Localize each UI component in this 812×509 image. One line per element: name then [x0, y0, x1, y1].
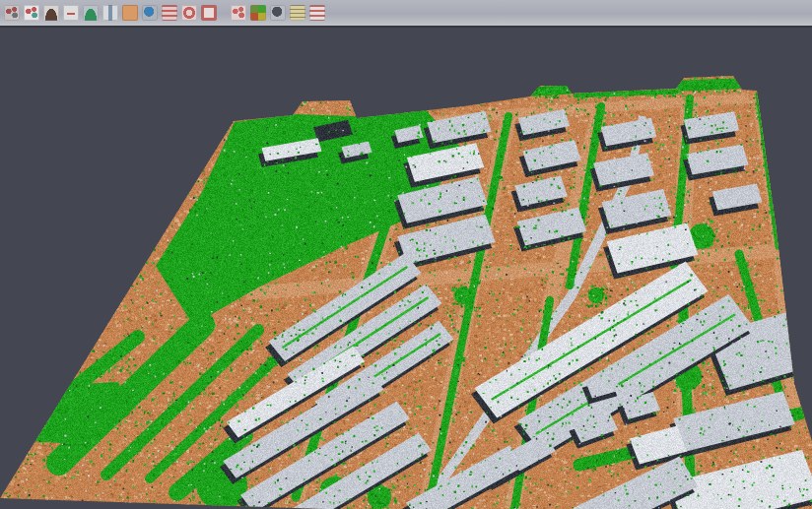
histogram-column-icon[interactable] [102, 5, 118, 21]
sphere-tool-icon[interactable] [270, 5, 286, 21]
globe-icon[interactable] [142, 5, 158, 21]
toolbar [0, 0, 812, 28]
layers-icon[interactable] [162, 5, 177, 21]
cross-section-icon[interactable] [231, 5, 246, 21]
fit-extents-icon[interactable] [201, 5, 217, 21]
profile-tool-icon[interactable] [63, 5, 79, 21]
3d-viewport[interactable] [0, 30, 812, 509]
mesh-terrain-icon[interactable] [43, 5, 59, 21]
open-cloud-icon[interactable] [4, 5, 20, 21]
classification-map-icon[interactable] [250, 5, 266, 21]
terrain-model-icon[interactable] [83, 5, 99, 21]
point-picking-icon[interactable] [24, 5, 39, 21]
flag-stripes-icon[interactable] [309, 5, 325, 21]
report-icon[interactable] [290, 5, 305, 21]
settings-ring-icon[interactable] [181, 5, 197, 21]
app-window [0, 0, 812, 509]
area-select-icon[interactable] [122, 5, 138, 21]
